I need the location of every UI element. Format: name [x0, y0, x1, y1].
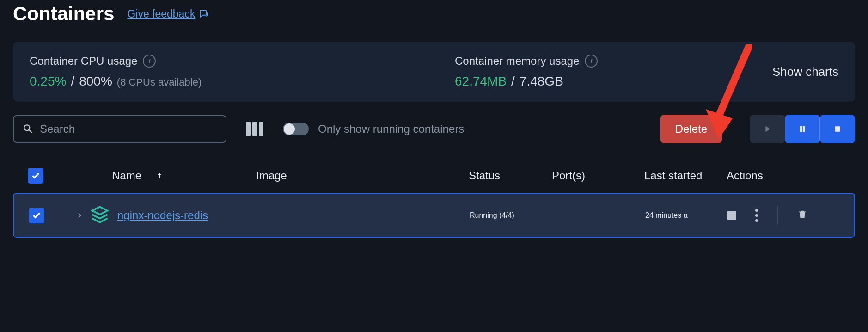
column-header-last[interactable]: Last started — [644, 169, 723, 182]
memory-usage-block: Container memory usage i 62.74MB / 7.48G… — [455, 55, 772, 89]
column-header-ports[interactable]: Port(s) — [552, 169, 644, 182]
mem-limit-value: 7.48GB — [520, 74, 563, 89]
delete-button[interactable]: Delete — [660, 115, 722, 143]
memory-usage-label: Container memory usage — [455, 55, 579, 68]
feedback-link-label: Give feedback — [127, 8, 195, 20]
chevron-right-icon — [76, 210, 83, 221]
trash-icon — [797, 208, 807, 220]
row-last-started-cell: 24 minutes a — [645, 211, 724, 220]
row-status-cell: Running (4/4) — [470, 211, 553, 220]
give-feedback-link[interactable]: Give feedback — [127, 8, 209, 20]
mem-used-value: 62.74MB — [455, 74, 507, 89]
column-header-name[interactable]: Name — [90, 169, 256, 182]
play-icon — [762, 123, 772, 135]
search-box[interactable] — [13, 115, 226, 143]
toolbar: Only show running containers Delete — [13, 115, 855, 143]
pause-icon — [798, 123, 807, 135]
cpu-limit-value: 800% — [79, 74, 112, 89]
row-more-button[interactable] — [752, 206, 761, 225]
running-only-toggle[interactable]: Only show running containers — [283, 123, 464, 135]
cpu-used-value: 0.25% — [30, 74, 66, 89]
cpu-usage-label: Container CPU usage — [30, 55, 137, 68]
toggle-label: Only show running containers — [318, 123, 464, 135]
info-icon[interactable]: i — [143, 55, 156, 68]
stop-button[interactable] — [820, 115, 855, 143]
row-stop-button[interactable] — [727, 211, 736, 220]
search-input[interactable] — [40, 123, 217, 135]
play-button[interactable] — [750, 115, 785, 143]
show-charts-button[interactable]: Show charts — [772, 65, 838, 79]
container-name-link[interactable]: nginx-nodejs-redis — [117, 209, 208, 222]
expand-row-button[interactable] — [68, 210, 91, 221]
row-checkbox[interactable] — [29, 208, 44, 223]
info-icon[interactable]: i — [585, 55, 598, 68]
pause-button[interactable] — [785, 115, 820, 143]
sort-asc-icon — [155, 171, 164, 180]
action-button-group — [750, 115, 855, 143]
cpu-note: (8 CPUs available) — [117, 76, 202, 88]
select-all-checkbox[interactable] — [28, 168, 43, 184]
columns-button[interactable] — [243, 119, 266, 139]
row-delete-button[interactable] — [795, 205, 810, 226]
toggle-switch[interactable] — [283, 123, 309, 135]
stop-icon — [833, 124, 842, 134]
cpu-usage-block: Container CPU usage i 0.25% / 800% (8 CP… — [30, 55, 455, 89]
table-header-row: Name Image Status Port(s) Last started A… — [13, 158, 855, 193]
page-title: Containers — [13, 3, 114, 25]
column-header-image[interactable]: Image — [256, 169, 469, 182]
column-header-status[interactable]: Status — [469, 169, 552, 182]
feedback-icon — [199, 9, 209, 18]
table-row[interactable]: nginx-nodejs-redis Running (4/4) 24 minu… — [13, 193, 855, 238]
column-header-actions: Actions — [723, 169, 847, 182]
search-icon — [22, 123, 34, 135]
stack-icon — [91, 205, 109, 226]
containers-table: Name Image Status Port(s) Last started A… — [13, 158, 855, 238]
stats-panel: Container CPU usage i 0.25% / 800% (8 CP… — [13, 42, 855, 102]
svg-marker-0 — [92, 207, 107, 215]
